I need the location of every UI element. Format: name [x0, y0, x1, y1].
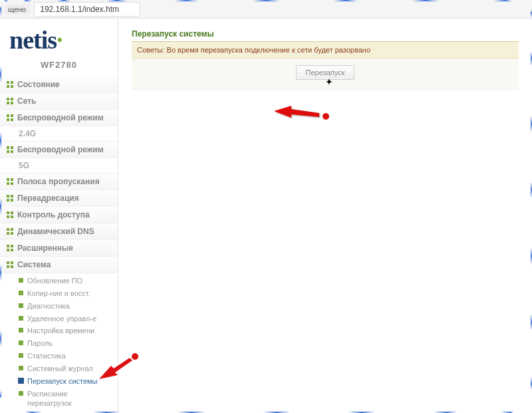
grid-icon — [7, 228, 13, 235]
sub-statistics[interactable]: Статистика — [0, 350, 118, 362]
sub-password[interactable]: Пароль — [0, 337, 118, 350]
brand-logo: netis· — [0, 23, 118, 56]
sidebar-item-label: Система — [17, 260, 51, 269]
sub-schedule[interactable]: Расписание перезагрузок — [0, 388, 118, 410]
sidebar-item-network[interactable]: Сеть — [0, 93, 118, 110]
sub-label: Обновление ПО — [27, 276, 82, 286]
sidebar-item-label: Беспроводной режим — [17, 145, 104, 154]
sidebar: netis· WF2780 Состояние Сеть Беспроводно… — [0, 19, 118, 413]
sub-label: Системный журнал — [27, 364, 93, 374]
main-content: Перезапуск системы Советы: Во время пере… — [118, 19, 532, 413]
bullet-icon — [19, 328, 23, 333]
sidebar-item-label: Сеть — [17, 96, 36, 106]
sub-label: Расписание перезагрузок — [27, 389, 114, 409]
sidebar-item-advanced[interactable]: Расширенные — [0, 240, 118, 257]
sidebar-item-bandwidth[interactable]: Полоса пропускания — [0, 174, 118, 190]
bullet-icon — [19, 353, 23, 358]
action-row: Перезапуск ✦ — [132, 59, 519, 90]
sidebar-item-label: Контроль доступа — [17, 210, 90, 219]
restart-button[interactable]: Перезапуск ✦ — [296, 65, 355, 80]
bullet-icon — [19, 366, 23, 370]
sidebar-item-access-control[interactable]: Контроль доступа — [0, 207, 118, 223]
sidebar-item-label: Расширенные — [17, 243, 73, 253]
bullet-icon — [19, 291, 23, 295]
sidebar-item-ddns[interactable]: Динамический DNS — [0, 223, 118, 240]
grid-icon — [7, 245, 13, 251]
bullet-icon — [19, 391, 23, 396]
grid-icon — [7, 178, 13, 185]
sidebar-item-label: Полоса пропускания — [17, 177, 100, 186]
grid-icon — [7, 98, 13, 104]
grid-icon — [7, 146, 13, 153]
sidebar-item-label: Переадресация — [17, 194, 79, 203]
sidebar-item-wireless-5g[interactable]: Беспроводной режим — [0, 142, 118, 158]
grid-icon — [7, 114, 13, 121]
sub-remote[interactable]: Удаленное управл-е — [0, 313, 118, 325]
brand-text: netis — [9, 26, 57, 54]
url-box[interactable]: 192.168.1.1/index.htm — [34, 2, 140, 17]
sidebar-item-label: Динамический DNS — [17, 227, 94, 236]
bullet-icon — [19, 316, 23, 321]
grid-icon — [7, 195, 13, 202]
secure-badge: щено — [4, 4, 30, 15]
bullet-icon — [19, 278, 23, 283]
sub-backup[interactable]: Копир-ние и восст. — [0, 287, 118, 300]
sub-diagnostics[interactable]: Диагностика — [0, 300, 118, 313]
sub-label: Копир-ние и восст. — [27, 289, 90, 299]
grid-icon — [7, 211, 13, 218]
bullet-icon — [19, 303, 23, 308]
sub-label: Диагностика — [27, 301, 70, 311]
grid-icon — [7, 261, 13, 268]
sub-label: Пароль — [27, 339, 53, 348]
grid-icon — [7, 81, 13, 88]
bullet-icon — [19, 378, 23, 383]
sub-label: Статистика — [27, 351, 66, 361]
sidebar-item-wireless-24g[interactable]: Беспроводной режим — [0, 110, 118, 126]
model-label: WF2780 — [0, 56, 118, 76]
sub-label: Удаленное управл-е — [27, 314, 96, 324]
browser-address-bar: щено 192.168.1.1/index.htm — [0, 0, 532, 19]
sidebar-item-label: Беспроводной режим — [17, 113, 104, 122]
restart-button-label: Перезапуск — [306, 69, 345, 76]
sidebar-item-label: Состояние — [17, 80, 60, 89]
band-5g: 5G — [0, 158, 118, 174]
band-24g: 2.4G — [0, 126, 118, 142]
system-submenu: Обновление ПО Копир-ние и восст. Диагнос… — [0, 273, 118, 412]
sub-syslog[interactable]: Системный журнал — [0, 362, 118, 375]
tips-bar: Советы: Во время перезапуска подключение… — [132, 42, 519, 59]
brand-dot-icon: · — [57, 26, 63, 54]
bullet-icon — [19, 341, 23, 345]
cursor-icon: ✦ — [325, 76, 333, 87]
sub-firmware[interactable]: Обновление ПО — [0, 275, 118, 287]
sub-restart[interactable]: Перезапуск системы — [0, 375, 118, 388]
sub-label: Перезапуск системы — [27, 376, 98, 386]
sidebar-item-status[interactable]: Состояние — [0, 76, 118, 93]
sub-label: Настройка времени — [27, 326, 94, 336]
sidebar-item-system[interactable]: Система — [0, 257, 118, 273]
sub-time[interactable]: Настройка времени — [0, 325, 118, 337]
sidebar-item-forwarding[interactable]: Переадресация — [0, 190, 118, 207]
page-title: Перезапуск системы — [132, 29, 519, 42]
